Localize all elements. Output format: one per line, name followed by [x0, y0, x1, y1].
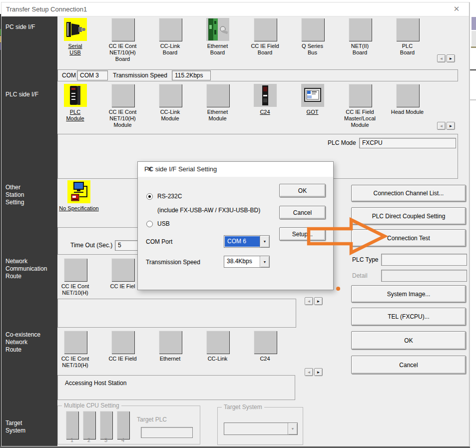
module-placeholder-icon [396, 84, 419, 107]
device-label: Head Module [391, 109, 424, 115]
detail-label: Detail [352, 272, 368, 279]
speed-combo[interactable]: 38.4Kbps ▼ [224, 256, 270, 268]
dialog-close-icon[interactable]: ✕ [144, 165, 155, 173]
device-c24[interactable]: C24 [241, 84, 289, 128]
transmission-speed-field[interactable]: 115.2Kbps [172, 70, 211, 80]
device-net-route-ccie-cont[interactable]: CC IE Cont NET/10(H) [51, 258, 99, 296]
device-coex-ethernet[interactable]: Ethernet [146, 331, 194, 369]
dialog-speed-label: Transmission Speed [146, 259, 200, 266]
device-plc-module[interactable]: PLC Module [51, 84, 99, 128]
device-label: NET(II) Board [351, 43, 369, 56]
device-netii-board[interactable]: NET(II) Board [336, 18, 384, 62]
scroll-right-icon[interactable]: ► [314, 368, 323, 376]
dialog-cancel-button[interactable]: Cancel [279, 206, 326, 219]
device-q-series-bus[interactable]: Q Series Bus [289, 18, 336, 62]
system-image-button[interactable]: System Image... [351, 285, 466, 303]
desktop-bottom-strip [0, 446, 470, 448]
module-placeholder-icon [111, 331, 134, 354]
pc-side-scroll: ◄ ► [437, 54, 455, 62]
device-cclink-board[interactable]: CC-Link Board [146, 18, 194, 62]
serial-usb-icon [64, 18, 87, 41]
device-ethernet-board[interactable]: Ethernet Board [194, 18, 241, 62]
plc-mode-label: PLC Mode [328, 139, 356, 146]
timeout-label: Time Out (Sec.) [70, 242, 112, 249]
device-coex-ccie-cont[interactable]: CC IE Cont NET/10(H) [51, 331, 99, 369]
dialog-titlebar: PC side I/F Serial Setting ✕ [138, 162, 333, 177]
device-label: CC IE Field [108, 356, 136, 362]
no-specification-icon [67, 180, 90, 203]
cpu-slot-3 [100, 411, 112, 439]
cpu-slot-4 [117, 411, 129, 439]
device-label: PLC Board [400, 43, 415, 56]
device-label: CC-Link Module [160, 109, 180, 122]
device-label: PLC Module [66, 109, 84, 122]
device-cclink-module[interactable]: CC-Link Module [146, 84, 194, 128]
desktop-right-faint-line [470, 99, 476, 100]
dialog-setup-button[interactable]: Setup... [279, 227, 326, 241]
desktop-right-strip [470, 0, 476, 448]
device-no-specification[interactable]: No Specification [51, 180, 106, 212]
device-plc-board[interactable]: PLC Board [384, 18, 431, 62]
scroll-left-icon[interactable]: ◄ [305, 297, 313, 305]
device-ethernet-module[interactable]: Ethernet Module [194, 84, 241, 128]
desktop-right-gray-box [472, 31, 476, 46]
dialog-ok-button[interactable]: OK [279, 184, 326, 197]
network-route-detail-box [57, 299, 296, 328]
device-ccie-field-master[interactable]: CC IE Field Master/Local Module [336, 84, 384, 128]
module-placeholder-icon [349, 84, 372, 107]
module-placeholder-icon [254, 331, 277, 354]
device-label: GOT [307, 109, 319, 115]
board-placeholder-icon [396, 18, 419, 41]
annotation-dot [336, 287, 340, 291]
window-title: Transfer Setup Connection1 [6, 5, 87, 13]
com-port-combo[interactable]: COM 6 ▼ [224, 235, 270, 248]
device-ccie-cont-module[interactable]: CC IE Cont NET/10(H) Module [99, 84, 146, 128]
device-coex-c24[interactable]: C24 [241, 331, 289, 369]
chevron-down-icon[interactable]: ▼ [260, 256, 269, 267]
cpu-slot-2 [83, 411, 95, 439]
usb-radio[interactable] [146, 221, 153, 227]
connection-test-button[interactable]: Connection Test [351, 229, 466, 247]
device-ccie-field-board[interactable]: CC IE Field Board [241, 18, 289, 62]
usb-label: USB [157, 220, 170, 227]
device-coex-ccie-field[interactable]: CC IE Field [99, 331, 146, 369]
scroll-right-icon[interactable]: ► [447, 122, 455, 130]
device-label: CC IE Cont NET/10(H) [61, 356, 89, 369]
window-close-icon[interactable]: ✕ [451, 4, 462, 13]
target-system-value [224, 423, 288, 435]
device-label: CC IE Cont NET/10(H) Board [109, 43, 137, 62]
plc-type-label: PLC Type [352, 256, 378, 263]
sidebar-item-pc-side: PC side I/F [5, 23, 35, 31]
device-label: No Specification [59, 205, 99, 212]
sidebar-item-network-route: Network Communication Route [5, 258, 47, 280]
scroll-left-icon[interactable]: ◄ [437, 122, 446, 130]
desktop-right-dark-line [470, 69, 476, 70]
plc-direct-coupled-button[interactable]: PLC Direct Coupled Setting [351, 207, 466, 225]
device-ccie-cont-board[interactable]: CC IE Cont NET/10(H) Board [99, 18, 146, 62]
scroll-left-icon[interactable]: ◄ [305, 368, 313, 376]
device-serial-usb[interactable]: Serial USB [51, 18, 99, 62]
tel-fxcpu-button[interactable]: TEL (FXCPU)... [351, 308, 466, 326]
device-got[interactable]: GOT [289, 84, 336, 128]
device-label: Serial USB [68, 43, 82, 56]
rs232c-radio[interactable] [146, 193, 153, 200]
chevron-down-icon[interactable]: ▼ [260, 236, 269, 247]
device-label: Q Series Bus [302, 43, 323, 56]
com-port-value: COM 6 [225, 236, 260, 247]
desktop-right-olive-line [471, 46, 476, 48]
device-coex-cclink[interactable]: CC-Link [194, 331, 241, 369]
com-value-field[interactable]: COM 3 [77, 70, 108, 80]
connection-channel-list-button[interactable]: Connection Channel List... [351, 185, 466, 202]
cancel-button[interactable]: Cancel [351, 356, 466, 374]
plc-mode-field[interactable]: FXCPU [359, 138, 456, 148]
target-system-legend: Target System [222, 404, 264, 411]
module-placeholder-icon [111, 84, 134, 107]
scroll-right-icon[interactable]: ► [314, 297, 323, 305]
multiple-cpu-group: Multiple CPU Setting 1 2 3 4 Target PLC [57, 406, 200, 445]
device-label: C24 [260, 109, 270, 115]
ok-button[interactable]: OK [351, 331, 466, 350]
scroll-left-icon[interactable]: ◄ [437, 54, 446, 62]
device-label: CC IE Field Master/Local Module [344, 109, 376, 128]
device-head-module[interactable]: Head Module [384, 84, 431, 128]
scroll-right-icon[interactable]: ► [447, 54, 455, 62]
